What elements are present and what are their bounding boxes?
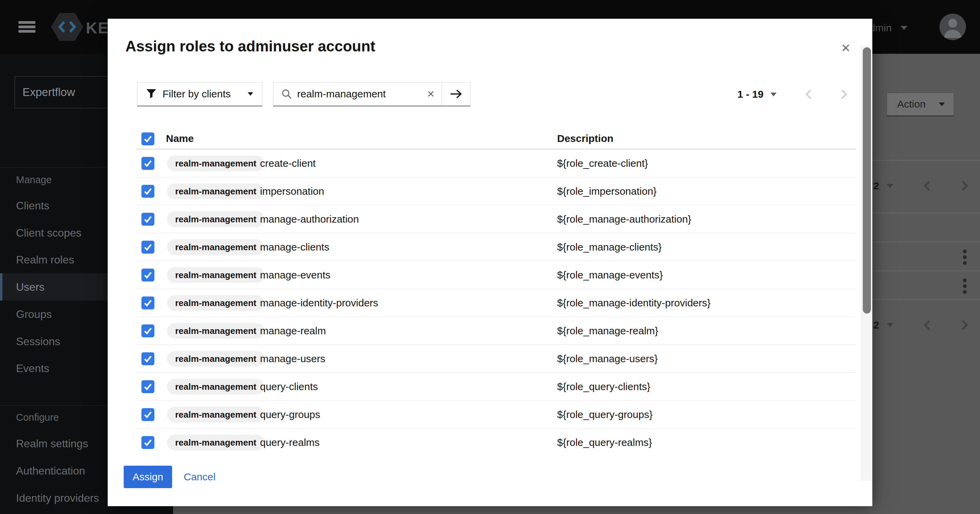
row-checkbox[interactable] [142, 268, 154, 281]
action-button[interactable]: Action [887, 93, 954, 116]
role-description: ${role_query-groups} [557, 401, 652, 428]
assign-roles-modal: Assign roles to adminuser account ✕ Filt… [108, 19, 872, 506]
column-header-description: Description [557, 128, 613, 149]
check-icon [143, 299, 152, 307]
table-row: realm-management manage-identity-provide… [136, 289, 856, 317]
next-page-icon[interactable] [961, 180, 969, 192]
check-icon [143, 187, 152, 195]
client-badge: realm-management [167, 239, 264, 255]
chevron-down-icon [887, 184, 893, 188]
role-name: impersonation [260, 177, 324, 205]
role-name: query-realms [260, 428, 320, 457]
table-row: realm-management create-client ${role_cr… [136, 149, 856, 177]
select-all-checkbox[interactable] [142, 132, 154, 145]
arrow-right-icon [450, 89, 463, 99]
search-icon [282, 89, 292, 99]
action-button-label: Action [897, 98, 926, 110]
row-checkbox[interactable] [142, 352, 154, 365]
row-checkbox[interactable] [142, 380, 154, 393]
row-checkbox[interactable] [142, 297, 154, 309]
filter-dropdown-label: Filter by clients [162, 88, 248, 100]
keycloak-admin-screen: KEYCLOAK admin Expertflow ManageClientsC… [0, 0, 980, 514]
kebab-menu-icon[interactable] [963, 249, 968, 265]
row-checkbox[interactable] [142, 241, 154, 254]
role-name: query-groups [260, 401, 320, 428]
table-row: realm-management manage-clients ${role_m… [136, 233, 856, 261]
role-description: ${role_create-client} [557, 149, 648, 177]
modal-scrollbar[interactable] [861, 46, 872, 481]
role-description: ${role_query-realms} [557, 428, 652, 457]
role-name: query-clients [260, 373, 318, 401]
menu-toggle-icon[interactable] [18, 21, 35, 33]
modal-pagination: 1 - 19 [737, 83, 848, 105]
nav-group-label: Configure [16, 410, 59, 425]
row-checkbox[interactable] [142, 436, 154, 449]
cancel-button[interactable]: Cancel [184, 466, 215, 488]
search-group: ✕ [273, 82, 471, 106]
avatar[interactable] [939, 14, 966, 40]
role-name: manage-identity-providers [260, 289, 378, 317]
client-badge: realm-management [167, 351, 264, 366]
close-icon[interactable]: ✕ [838, 40, 854, 56]
client-badge: realm-management [167, 155, 264, 171]
check-icon [143, 216, 152, 223]
table-row: realm-management manage-events ${role_ma… [136, 261, 856, 289]
role-name: manage-clients [260, 233, 329, 261]
roles-table: Name Description realm-management create… [136, 128, 856, 457]
role-description: ${role_manage-users} [557, 345, 658, 373]
filter-icon [146, 89, 156, 99]
row-checkbox[interactable] [142, 408, 154, 421]
role-description: ${role_manage-clients} [557, 233, 662, 261]
previous-page-icon[interactable] [805, 89, 812, 100]
table-row: realm-management query-groups ${role_que… [136, 401, 856, 428]
next-page-icon[interactable] [841, 89, 848, 100]
background-pagination: 1 - 2 [859, 174, 980, 198]
nav-group-label: Manage [16, 172, 52, 187]
role-description: ${role_impersonation} [557, 177, 657, 205]
check-icon [143, 327, 152, 335]
assign-button[interactable]: Assign [124, 466, 172, 488]
filter-dropdown[interactable]: Filter by clients [137, 82, 262, 106]
role-name: create-client [260, 149, 315, 177]
scrollbar-thumb[interactable] [863, 47, 871, 314]
role-description: ${role_manage-authorization} [557, 205, 691, 233]
row-checkbox[interactable] [142, 157, 154, 170]
row-checkbox[interactable] [142, 185, 154, 198]
background-pagination: 1 - 2 [859, 313, 980, 337]
table-body: realm-management create-client ${role_cr… [136, 149, 856, 457]
kebab-menu-icon[interactable] [963, 278, 968, 294]
table-row: realm-management impersonation ${role_im… [136, 177, 856, 205]
next-page-icon[interactable] [961, 319, 969, 331]
row-checkbox[interactable] [142, 213, 154, 226]
client-badge: realm-management [167, 435, 264, 451]
role-description: ${role_manage-realm} [557, 317, 658, 345]
check-icon [143, 135, 152, 143]
client-badge: realm-management [167, 211, 264, 227]
realm-selector-label: Expertflow [22, 86, 75, 98]
row-checkbox[interactable] [142, 324, 154, 337]
modal-title: Assign roles to adminuser account [126, 38, 375, 55]
keycloak-logo-icon [51, 13, 83, 41]
table-row: realm-management manage-authorization ${… [136, 205, 856, 233]
search-input[interactable] [297, 88, 424, 100]
role-description: ${role_query-clients} [557, 373, 651, 401]
user-icon [939, 14, 966, 40]
search-field[interactable]: ✕ [273, 82, 442, 106]
client-badge: realm-management [167, 295, 264, 311]
check-icon [143, 439, 152, 446]
table-row: realm-management query-clients ${role_qu… [136, 373, 856, 401]
sidebar-item-user-federation[interactable]: User federation [0, 511, 173, 514]
code-brackets-icon [57, 20, 77, 34]
check-icon [143, 271, 152, 279]
search-submit-button[interactable] [442, 82, 470, 106]
previous-page-icon[interactable] [923, 319, 931, 331]
previous-page-icon[interactable] [923, 180, 931, 192]
clear-search-icon[interactable]: ✕ [424, 89, 442, 100]
pagination-range[interactable]: 1 - 19 [737, 89, 764, 100]
table-row: realm-management query-realms ${role_que… [136, 428, 856, 457]
table-header: Name Description [136, 128, 856, 149]
role-name: manage-users [260, 345, 325, 373]
chevron-down-icon [900, 26, 907, 30]
client-badge: realm-management [167, 267, 264, 283]
check-icon [143, 243, 152, 251]
